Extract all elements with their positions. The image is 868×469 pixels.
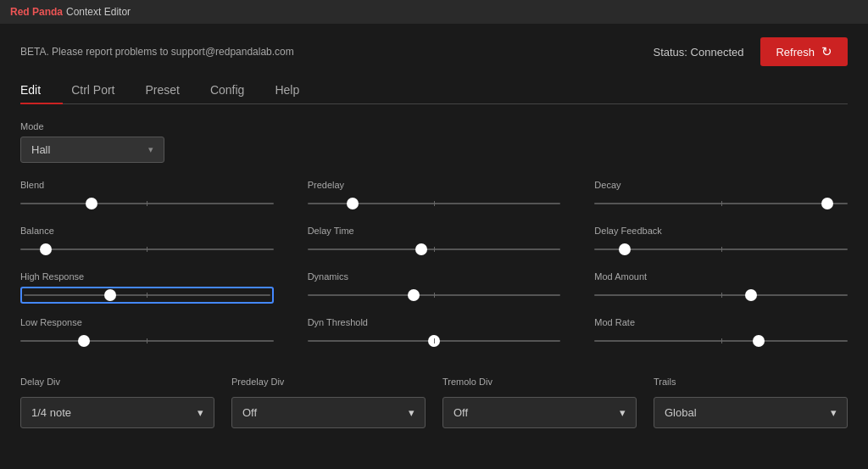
low-response-group: Low Response <box>20 317 274 349</box>
dynamics-label: Dynamics <box>308 271 561 282</box>
delay-div-dropdown[interactable]: 1/4 note ▾ <box>20 397 214 428</box>
blend-slider[interactable] <box>20 195 274 212</box>
bottom-dropdowns: Delay Div 1/4 note ▾ Predelay Div Off ▾ … <box>20 377 848 428</box>
refresh-icon: ↻ <box>821 44 832 59</box>
mod-rate-label: Mod Rate <box>594 317 848 327</box>
delay-feedback-label: Delay Feedback <box>594 226 848 236</box>
predelay-div-label: Predelay Div <box>231 377 426 387</box>
predelay-slider[interactable] <box>308 195 561 212</box>
mod-rate-thumb[interactable] <box>753 335 765 347</box>
col1: Blend Balance <box>20 180 274 363</box>
dynamics-group: Dynamics <box>308 271 561 304</box>
blend-thumb[interactable] <box>86 198 97 209</box>
tremolo-div-value: Off <box>453 406 468 419</box>
col3: Decay Delay Feedback <box>594 180 848 363</box>
delay-time-label: Delay Time <box>308 226 561 236</box>
trails-dropdown[interactable]: Global ▾ <box>654 397 848 428</box>
app-title: Context Editor <box>66 6 131 18</box>
tab-ctrl-port[interactable]: Ctrl Port <box>71 76 135 103</box>
delay-feedback-slider[interactable] <box>594 241 848 258</box>
tab-help[interactable]: Help <box>275 76 320 103</box>
status-text: Status: Connected <box>654 46 744 59</box>
tab-edit[interactable]: Edit <box>20 76 61 103</box>
low-response-slider[interactable] <box>20 332 274 349</box>
tremolo-div-dropdown[interactable]: Off ▾ <box>442 397 637 428</box>
trails-arrow: ▾ <box>831 406 837 419</box>
dyn-threshold-slider[interactable] <box>308 332 561 349</box>
decay-slider[interactable] <box>594 195 848 212</box>
delay-time-group: Delay Time <box>308 226 561 258</box>
predelay-thumb[interactable] <box>347 198 359 209</box>
mode-dropdown-arrow: ▾ <box>148 144 153 155</box>
col2: Predelay Delay Time <box>308 180 561 363</box>
top-bar: BETA. Please report problems to support@… <box>20 37 848 66</box>
tremolo-div-arrow: ▾ <box>620 406 626 419</box>
balance-label: Balance <box>20 226 274 236</box>
mode-value: Hall <box>31 143 50 156</box>
decay-thumb[interactable] <box>821 198 833 209</box>
main-content: BETA. Please report problems to support@… <box>0 24 868 469</box>
title-bar: Red Panda Context Editor <box>0 0 868 24</box>
status-area: Status: Connected Refresh ↻ <box>654 37 849 66</box>
tab-config[interactable]: Config <box>210 76 264 103</box>
trails-control: Trails Global ▾ <box>654 377 848 428</box>
refresh-label: Refresh <box>776 46 815 59</box>
delay-time-thumb[interactable] <box>415 243 427 255</box>
refresh-button[interactable]: Refresh ↻ <box>760 37 848 66</box>
mode-section: Mode Hall ▾ <box>20 121 848 163</box>
trails-value: Global <box>665 406 697 419</box>
predelay-label: Predelay <box>308 180 561 190</box>
dynamics-slider[interactable] <box>308 287 561 304</box>
decay-label: Decay <box>594 180 848 190</box>
mod-amount-label: Mod Amount <box>594 271 848 282</box>
mod-amount-slider[interactable] <box>594 287 848 304</box>
mod-rate-slider[interactable] <box>594 332 848 349</box>
beta-notice: BETA. Please report problems to support@… <box>20 46 294 58</box>
blend-group: Blend <box>20 180 274 212</box>
predelay-div-value: Off <box>242 406 257 419</box>
delay-feedback-group: Delay Feedback <box>594 226 848 258</box>
mode-label: Mode <box>20 121 848 131</box>
dyn-threshold-label: Dyn Threshold <box>308 317 561 327</box>
blend-label: Blend <box>20 180 274 190</box>
high-response-label: High Response <box>20 271 274 282</box>
predelay-group: Predelay <box>308 180 561 212</box>
delay-div-control: Delay Div 1/4 note ▾ <box>20 377 214 428</box>
mod-amount-group: Mod Amount <box>594 271 848 304</box>
decay-group: Decay <box>594 180 848 212</box>
dyn-threshold-group: Dyn Threshold <box>308 317 561 349</box>
delay-div-label: Delay Div <box>20 377 214 387</box>
balance-slider[interactable] <box>20 241 274 258</box>
delay-time-slider[interactable] <box>308 241 561 258</box>
delay-feedback-thumb[interactable] <box>619 243 631 255</box>
delay-div-arrow: ▾ <box>198 406 203 419</box>
app-name: Red Panda <box>10 6 63 18</box>
high-response-group: High Response <box>20 271 274 304</box>
mode-dropdown[interactable]: Hall ▾ <box>20 137 164 163</box>
low-response-thumb[interactable] <box>78 335 90 347</box>
balance-group: Balance <box>20 226 274 258</box>
dynamics-thumb[interactable] <box>408 289 420 301</box>
tab-preset[interactable]: Preset <box>145 76 199 103</box>
mod-amount-thumb[interactable] <box>745 289 757 301</box>
high-response-slider[interactable] <box>20 287 274 304</box>
predelay-div-arrow: ▾ <box>409 406 415 419</box>
tremolo-div-control: Tremolo Div Off ▾ <box>442 377 637 428</box>
predelay-div-control: Predelay Div Off ▾ <box>231 377 426 428</box>
delay-div-value: 1/4 note <box>31 406 71 419</box>
controls-grid: Blend Balance <box>20 180 848 363</box>
tabs: Edit Ctrl Port Preset Config Help <box>20 76 848 104</box>
high-response-thumb[interactable] <box>104 289 116 301</box>
tremolo-div-label: Tremolo Div <box>442 377 637 387</box>
mod-rate-group: Mod Rate <box>594 317 848 349</box>
predelay-div-dropdown[interactable]: Off ▾ <box>231 397 426 428</box>
balance-thumb[interactable] <box>40 243 52 255</box>
trails-label: Trails <box>654 377 848 387</box>
low-response-label: Low Response <box>20 317 274 327</box>
